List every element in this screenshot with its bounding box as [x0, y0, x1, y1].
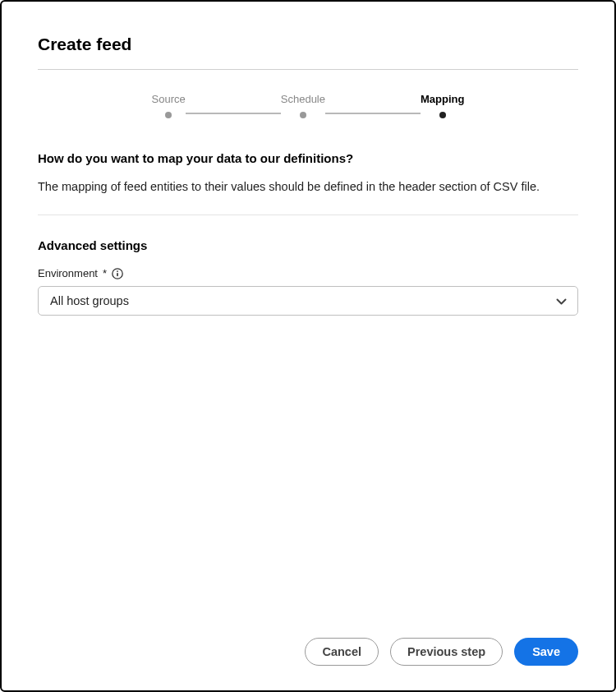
info-icon[interactable] [112, 268, 123, 279]
cancel-button[interactable]: Cancel [305, 638, 379, 666]
previous-step-button[interactable]: Previous step [390, 638, 503, 666]
mapping-question-heading: How do you want to map your data to our … [38, 151, 578, 165]
divider [38, 215, 578, 215]
step-connector [186, 113, 281, 114]
environment-select[interactable]: All host groups [38, 286, 578, 316]
svg-point-1 [117, 270, 118, 272]
environment-selected-value: All host groups [50, 294, 129, 307]
page-title: Create feed [38, 35, 578, 54]
step-label: Mapping [421, 93, 464, 105]
step-dot-icon [300, 112, 306, 118]
environment-label: Environment [38, 267, 98, 279]
step-schedule: Schedule [281, 93, 325, 118]
step-mapping: Mapping [421, 93, 464, 118]
mapping-description: The mapping of feed entities to their va… [38, 178, 578, 195]
step-connector [325, 113, 421, 114]
step-label: Source [152, 93, 186, 105]
environment-select-wrap: All host groups [38, 286, 578, 316]
step-label: Schedule [281, 93, 325, 105]
required-asterisk: * [103, 267, 107, 279]
save-button[interactable]: Save [514, 638, 578, 666]
footer-actions: Cancel Previous step Save [38, 621, 578, 666]
step-source: Source [152, 93, 186, 118]
step-dot-icon [439, 112, 446, 118]
step-dot-icon [165, 112, 172, 118]
stepper: Source Schedule Mapping [38, 93, 578, 118]
advanced-settings-heading: Advanced settings [38, 238, 578, 252]
svg-rect-2 [117, 273, 118, 276]
divider [38, 69, 578, 70]
environment-label-row: Environment * [38, 267, 578, 279]
